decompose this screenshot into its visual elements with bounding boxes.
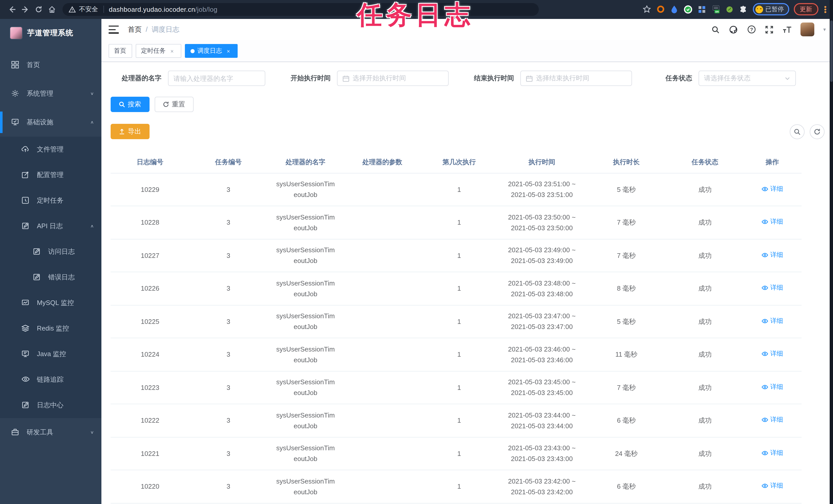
chevron-icon: ∧	[90, 120, 94, 124]
detail-link[interactable]: 详细	[762, 481, 783, 492]
export-button[interactable]: 导出	[110, 124, 149, 139]
sidebar-menu-item[interactable]: 配置管理	[0, 162, 101, 187]
cell-handler-name: sysUserSessionTimeoutJob	[267, 338, 344, 371]
extension-blue-drop-icon[interactable]	[670, 5, 679, 14]
sidebar-menu-item[interactable]: 访问日志	[0, 239, 101, 264]
cell-handler-param	[344, 404, 421, 437]
bookmark-star-icon[interactable]	[642, 5, 651, 14]
sidebar-menu-item[interactable]: 日志中心	[0, 392, 101, 418]
sidebar-menu-item[interactable]: 系统管理 ∨	[0, 79, 101, 108]
tab-job-log[interactable]: 调度日志 ×	[185, 44, 237, 58]
browser-profile-badge[interactable]: 已暂停	[753, 3, 789, 16]
eye-icon	[762, 483, 768, 489]
tab-scheduled-jobs[interactable]: 定时任务 ×	[136, 44, 181, 58]
browser-home-button[interactable]	[45, 3, 58, 16]
job-status-select[interactable]: 请选择任务状态	[698, 71, 795, 86]
cell-actions: 详细	[743, 272, 801, 305]
browser-forward-button[interactable]	[19, 3, 32, 16]
sidebar-logo-row[interactable]: 芋道管理系统	[0, 22, 101, 44]
cell-job-id: 3	[190, 305, 267, 338]
user-avatar[interactable]	[801, 23, 814, 36]
monitor-icon	[11, 118, 20, 126]
url-text[interactable]: dashboard.yudao.iocoder.cn/job/log	[109, 6, 217, 13]
extension-grid-icon[interactable]	[697, 5, 707, 14]
start-time-label: 开始执行时间	[284, 74, 331, 83]
java-monitor-icon	[22, 350, 30, 358]
reset-button[interactable]: 重置	[154, 97, 193, 112]
overlay-annotation-title: 任务日志	[357, 0, 474, 32]
extension-green-leaf-icon[interactable]	[725, 5, 734, 14]
detail-link[interactable]: 详细	[762, 382, 783, 393]
chevron-icon: ∨	[90, 91, 94, 96]
job-status-placeholder: 请选择任务状态	[704, 74, 751, 83]
sidebar-menu-item[interactable]: 研发工具 ∨	[0, 418, 101, 447]
scrollbar-thumb[interactable]	[830, 21, 832, 82]
sidebar-menu-item[interactable]: Redis 监控	[0, 316, 101, 341]
search-button[interactable]: 搜索	[110, 97, 149, 112]
eye-icon	[762, 351, 768, 357]
github-icon[interactable]	[729, 25, 738, 34]
chevron-down-icon	[784, 75, 790, 81]
app-logo	[10, 27, 23, 40]
sidebar-menu-item[interactable]: 文件管理	[0, 136, 101, 162]
sidebar-menu-item[interactable]: 首页	[0, 50, 101, 79]
cell-status: 成功	[667, 437, 743, 470]
menu-item-label: 首页	[27, 60, 40, 69]
sidebar-menu-item[interactable]: API 日志 ∧	[0, 213, 101, 239]
extension-orange-ring-icon[interactable]	[656, 5, 665, 14]
col-status: 任务状态	[667, 152, 743, 173]
detail-link[interactable]: 详细	[762, 316, 783, 326]
refresh-table-button[interactable]	[809, 124, 824, 139]
calendar-icon	[342, 75, 349, 82]
search-icon	[119, 101, 125, 107]
detail-link[interactable]: 详细	[762, 283, 783, 294]
cell-duration: 6 毫秒	[586, 404, 667, 437]
start-time-picker[interactable]: 选择开始执行时间	[337, 71, 448, 86]
cell-status: 成功	[667, 272, 743, 305]
detail-link[interactable]: 详细	[762, 448, 783, 458]
sidebar-menu-item[interactable]: 定时任务	[0, 187, 101, 213]
end-time-placeholder: 选择结束执行时间	[536, 74, 589, 83]
menu-item-label: MySQL 监控	[37, 298, 74, 307]
cell-handler-param	[344, 371, 421, 404]
detail-link[interactable]: 详细	[762, 349, 783, 359]
window-scrollbar[interactable]	[829, 0, 833, 504]
font-size-icon[interactable]	[783, 25, 792, 34]
cell-execute-index: 1	[421, 305, 498, 338]
sidebar-menu-item[interactable]: 链路追踪	[0, 367, 101, 392]
browser-reload-button[interactable]	[32, 3, 45, 16]
sidebar-toggle-hamburger-icon[interactable]	[108, 26, 119, 34]
sidebar-menu-item[interactable]: 基础设施 ∧	[0, 108, 101, 136]
detail-link[interactable]: 详细	[762, 184, 783, 195]
end-time-picker[interactable]: 选择结束执行时间	[520, 71, 632, 86]
close-icon[interactable]: ×	[169, 48, 175, 54]
toggle-search-button[interactable]	[789, 124, 804, 139]
breadcrumb-home[interactable]: 首页	[128, 25, 142, 34]
browser-update-button[interactable]: 更新	[793, 3, 818, 16]
browser-back-button[interactable]	[5, 3, 19, 16]
extension-green-circle-icon[interactable]	[684, 5, 693, 14]
sidebar-menu-item[interactable]: MySQL 监控	[0, 290, 101, 316]
sidebar-menu-item[interactable]: 错误日志	[0, 264, 101, 290]
user-menu-caret-icon[interactable]: ▾	[823, 27, 826, 32]
detail-link[interactable]: 详细	[762, 415, 783, 425]
fullscreen-icon[interactable]	[765, 25, 774, 34]
detail-link[interactable]: 详细	[762, 217, 783, 227]
refresh-icon	[163, 101, 169, 107]
cloud-upload-icon	[22, 145, 30, 153]
extension-on-badge-icon[interactable]: on	[711, 5, 720, 14]
browser-menu-kebab-icon[interactable]: •••	[823, 6, 828, 13]
tab-home[interactable]: 首页	[108, 44, 132, 58]
col-job-id: 任务编号	[190, 152, 267, 173]
detail-link[interactable]: 详细	[762, 250, 783, 260]
extensions-puzzle-icon[interactable]	[739, 5, 748, 14]
doc-edit-icon	[33, 247, 41, 256]
job-status-label: 任务状态	[663, 74, 692, 83]
handler-name-input[interactable]	[173, 74, 259, 82]
cell-execute-index: 1	[421, 206, 498, 239]
sidebar-menu: 首页 系统管理 ∨ 基础设施 ∧	[0, 50, 101, 447]
close-icon[interactable]: ×	[225, 48, 232, 54]
help-question-icon[interactable]: ?	[747, 25, 756, 34]
sidebar-menu-item[interactable]: Java 监控	[0, 341, 101, 367]
header-search-icon[interactable]	[711, 25, 720, 34]
